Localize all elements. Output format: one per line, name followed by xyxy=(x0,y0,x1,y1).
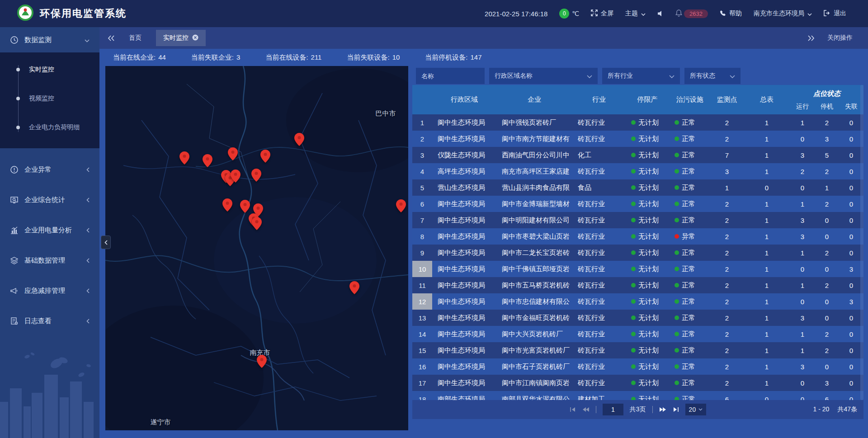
row-offline-count: 0 xyxy=(839,326,863,342)
map-pin[interactable] xyxy=(294,133,304,146)
next-page-icon[interactable] xyxy=(659,407,666,412)
map-pin[interactable] xyxy=(260,150,270,163)
speaker-icon[interactable] xyxy=(657,10,664,17)
row-number: 3 xyxy=(412,147,432,163)
map-pin[interactable] xyxy=(222,198,232,212)
table-row[interactable]: 2阆中生态环境局阆中市南方节能建材有砖瓦行业无计划正常21030 xyxy=(412,131,863,147)
table-row[interactable]: 9阆中生态环境局阆中市二龙长宝页岩砖砖瓦行业无计划正常21120 xyxy=(412,245,863,261)
row-number: 2 xyxy=(412,131,432,147)
map-pin[interactable] xyxy=(251,169,261,182)
row-company: 阆中强锐页岩砖厂 xyxy=(496,114,572,131)
row-monitor-points: 2 xyxy=(711,375,743,391)
row-facility-status: 正常 xyxy=(669,358,711,375)
logout-icon xyxy=(824,10,830,18)
sidebar-item-data-monitoring[interactable]: 数据监测 xyxy=(0,27,99,52)
table-row[interactable]: 11阆中生态环境局阆中市五马桥页岩机砖砖瓦行业无计划正常21120 xyxy=(412,277,863,293)
table-row[interactable]: 8阆中生态环境局阆中市枣碧大梁山页岩砖瓦行业无计划异常21300 xyxy=(412,228,863,245)
table-row[interactable]: 15阆中生态环境局阆中市光富页岩机砖厂砖瓦行业无计划正常21120 xyxy=(412,342,863,358)
row-running-count: 0 xyxy=(790,375,815,391)
prev-page-icon[interactable] xyxy=(582,407,590,412)
fullscreen-button[interactable]: 全屏 xyxy=(591,9,613,18)
sidebar-item-base-data-management[interactable]: 基础数据管理 xyxy=(0,245,99,276)
page-size-select[interactable]: 20 xyxy=(685,404,707,415)
table-row[interactable]: 16阆中生态环境局阆中市石子页岩机砖厂砖瓦行业无计划正常21300 xyxy=(412,358,863,375)
row-running-count: 0 xyxy=(790,391,815,400)
row-facility-status: 正常 xyxy=(669,375,711,391)
sidebar-item-video-monitoring[interactable]: 视频监控 xyxy=(0,84,99,113)
table-row[interactable]: 4高坪生态环境局南充市高坪区王家店建砖瓦行业无计划正常31220 xyxy=(412,163,863,179)
sidebar-item-enterprise-statistics[interactable]: 企业综合统计 xyxy=(0,185,99,215)
tabs-scroll-left-icon[interactable] xyxy=(108,35,114,41)
user-dropdown[interactable]: 南充市生态环境局 xyxy=(754,9,812,18)
sidebar-item-enterprise-abnormal[interactable]: 企业异常 xyxy=(0,155,99,185)
name-filter-input[interactable] xyxy=(416,68,485,84)
row-total-meter: 1 xyxy=(743,147,790,163)
page-number-input[interactable]: 1 xyxy=(603,404,623,415)
industry-filter-select[interactable]: 所有行业 xyxy=(602,68,680,84)
row-stopped-count: 2 xyxy=(815,342,839,358)
map-pin[interactable] xyxy=(252,217,262,230)
map-pin[interactable] xyxy=(396,199,406,212)
row-facility-status: 正常 xyxy=(669,114,711,131)
map-panel[interactable]: 巴中市南充市遂宁市 xyxy=(105,66,408,430)
table-scrollbar[interactable] xyxy=(860,85,863,400)
row-offline-count: 0 xyxy=(839,375,863,391)
help-button[interactable]: 帮助 xyxy=(720,9,742,18)
tab-home[interactable]: 首页 xyxy=(122,30,149,46)
table-row[interactable]: 1阆中生态环境局阆中强锐页岩砖厂砖瓦行业无计划正常21120 xyxy=(412,114,863,131)
table-row[interactable]: 5营山生态环境局营山县润丰肉食品有限食品无计划正常10010 xyxy=(412,179,863,196)
row-region: 高坪生态环境局 xyxy=(432,163,496,179)
table-row[interactable]: 7阆中生态环境局阆中明阳建材有限公司砖瓦行业无计划正常21300 xyxy=(412,212,863,228)
tabs-scroll-right-icon[interactable] xyxy=(808,35,815,41)
sidebar-item-realtime-monitoring[interactable]: 实时监控 xyxy=(0,55,99,84)
phone-icon xyxy=(720,10,726,18)
map-collapse-handle[interactable] xyxy=(101,235,111,249)
row-region: 阆中生态环境局 xyxy=(432,245,496,261)
logout-button[interactable]: 退出 xyxy=(824,9,846,18)
row-total-meter: 1 xyxy=(743,245,790,261)
map-pin[interactable] xyxy=(231,170,241,183)
sidebar-item-power-usage-analysis[interactable]: 企业用电量分析 xyxy=(0,215,99,245)
row-total-meter: 1 xyxy=(743,114,790,131)
row-total-meter: 1 xyxy=(743,342,790,358)
map-pin[interactable] xyxy=(349,281,359,294)
submenu-item-label: 视频监控 xyxy=(29,94,54,103)
table-row[interactable]: 3仪陇生态环境局西南油气田分公司川中化工无计划正常71350 xyxy=(412,147,863,163)
sidebar-item-log-view[interactable]: 日志查看 xyxy=(0,306,99,336)
stat-item: 当前失联企业:3 xyxy=(191,53,241,62)
last-page-icon[interactable] xyxy=(673,407,679,412)
table-row[interactable]: 17阆中生态环境局阆中市江南镇阆南页岩砖瓦行业无计划正常21030 xyxy=(412,375,863,391)
row-number: 9 xyxy=(412,245,432,261)
logout-label: 退出 xyxy=(834,9,846,18)
row-total-meter: 0 xyxy=(743,179,790,196)
map-pin[interactable] xyxy=(179,151,189,165)
first-page-icon[interactable] xyxy=(570,407,576,412)
notifications-button[interactable]: 2632 xyxy=(675,9,708,18)
tab-realtime-monitoring[interactable]: 实时监控 xyxy=(156,30,206,46)
row-total-meter: 1 xyxy=(743,277,790,293)
map-pin[interactable] xyxy=(228,147,238,160)
close-operations-button[interactable]: 关闭操作 xyxy=(827,34,853,42)
enterprise-table-panel: 行政区域名称 所有行业 所有状态 行政区域 企业 行 xyxy=(412,66,863,421)
row-stopped-count: 0 xyxy=(815,261,839,277)
table-row[interactable]: 6阆中生态环境局阆中市金博瑞新型墙材砖瓦行业无计划正常21120 xyxy=(412,196,863,212)
table-row[interactable]: 18南部生态环境局南部县双华水泥有限公建材加工无计划正常60060 xyxy=(412,391,863,400)
col-offline: 失联 xyxy=(839,99,863,114)
map-roads xyxy=(105,66,408,430)
table-row[interactable]: 14阆中生态环境局阆中大兴页岩机砖厂砖瓦行业无计划正常21120 xyxy=(412,326,863,342)
status-filter-select[interactable]: 所有状态 xyxy=(684,68,741,84)
theme-dropdown[interactable]: 主题 xyxy=(625,9,646,18)
sidebar-item-emergency-reduction[interactable]: 应急减排管理 xyxy=(0,276,99,306)
table-row[interactable]: 10阆中生态环境局阆中千佛镇五郎垭页岩砖瓦行业无计划正常21003 xyxy=(412,261,863,277)
row-industry: 砖瓦行业 xyxy=(572,358,626,375)
region-filter-select[interactable]: 行政区域名称 xyxy=(489,68,598,84)
map-pin[interactable] xyxy=(203,154,212,167)
map-pin[interactable] xyxy=(257,355,267,368)
table-row[interactable]: 12阆中生态环境局阆中市忠信建材有限公砖瓦行业无计划正常21003 xyxy=(412,293,863,310)
sidebar-item-power-load-detail[interactable]: 企业电力负荷明细 xyxy=(0,113,99,142)
table-row[interactable]: 13阆中生态环境局阆中市金福旺页岩机砖砖瓦行业无计划正常21300 xyxy=(412,310,863,326)
row-stopped-count: 0 xyxy=(815,212,839,228)
status-filter-value: 所有状态 xyxy=(690,72,715,80)
close-icon[interactable] xyxy=(192,34,198,42)
map-pin[interactable] xyxy=(240,200,250,213)
